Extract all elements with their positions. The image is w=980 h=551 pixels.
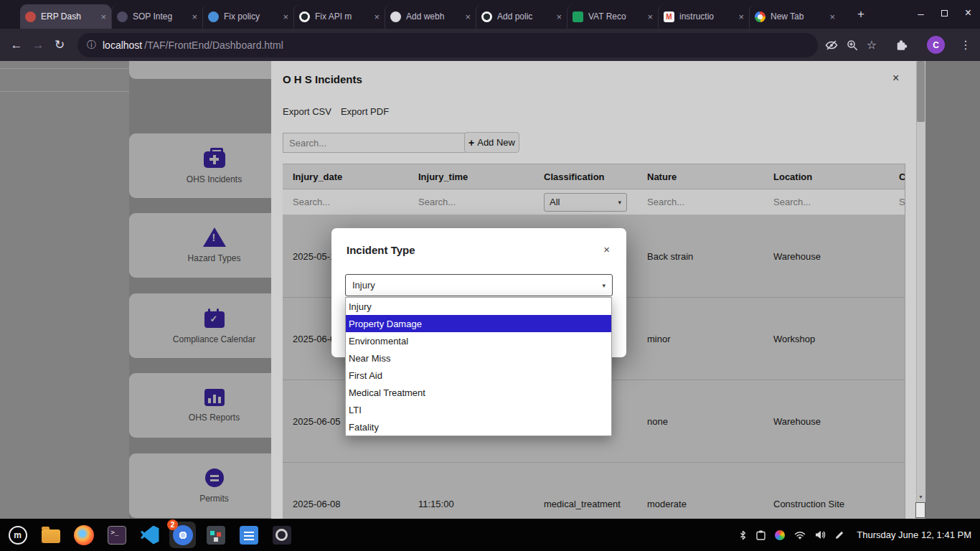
site-info-icon[interactable]: ⓘ	[87, 39, 96, 52]
extensions-icon[interactable]	[895, 39, 908, 52]
browser-nav-bar: ← → ↻ ⓘ localhost/TAF/FrontEnd/Dashboard…	[0, 29, 980, 61]
tab-new-tab[interactable]: New Tab ×	[749, 4, 840, 29]
column-header-injury-date[interactable]: Injury_date	[283, 164, 408, 189]
system-tray: Thursday June 12, 1:41 PM	[739, 529, 971, 540]
warning-triangle-icon	[203, 227, 226, 247]
select-option[interactable]: Fatality	[346, 418, 611, 435]
modal-scrollbar-track[interactable]	[916, 61, 925, 519]
dialog-title: Incident Type	[347, 244, 415, 256]
column-header-truncated[interactable]: Co	[889, 164, 905, 189]
app-menu-button[interactable]: m	[4, 522, 31, 548]
tab-fix-policy[interactable]: Fix policy ×	[202, 4, 293, 29]
pen-input-icon[interactable]	[835, 530, 844, 540]
taskbar: m >_ 2	[0, 519, 980, 551]
column-header-location[interactable]: Location	[763, 164, 889, 189]
vscode-button[interactable]	[136, 522, 163, 548]
column-header-injury-time[interactable]: Injury_time	[408, 164, 534, 189]
terminal-button[interactable]: >_	[103, 522, 130, 548]
tab-add-webhook[interactable]: Add webh ×	[385, 4, 476, 29]
tab-erp-dashboard[interactable]: ERP Dash ×	[20, 4, 111, 29]
zoom-icon[interactable]	[846, 39, 859, 52]
desktop: ERP Dash × SOP Integ × Fix policy × Fix …	[0, 0, 980, 551]
dialog-close-icon[interactable]: ×	[603, 243, 610, 255]
tab-close-icon[interactable]: ×	[192, 11, 197, 22]
tab-close-icon[interactable]: ×	[556, 11, 562, 22]
tab-sop-integration[interactable]: SOP Integ ×	[111, 4, 202, 29]
select-option[interactable]: Environmental	[346, 332, 611, 349]
global-search-input[interactable]	[283, 133, 471, 153]
chevron-down-icon: ▾	[602, 282, 606, 289]
screenshot-tool-button[interactable]	[268, 522, 295, 548]
add-new-label: Add New	[477, 137, 515, 148]
wifi-icon[interactable]	[794, 531, 806, 540]
profile-avatar[interactable]: C	[927, 36, 945, 54]
column-header-nature[interactable]: Nature	[637, 164, 763, 189]
tab-close-icon[interactable]: ×	[738, 11, 744, 22]
select-option[interactable]: First Aid	[346, 367, 611, 384]
tab-title: Add polic	[497, 11, 551, 22]
divider	[0, 68, 129, 69]
tab-title: VAT Reco	[588, 11, 642, 22]
text-editor-button[interactable]	[235, 522, 262, 548]
firefox-button[interactable]	[70, 522, 97, 548]
scrollbar-corner	[915, 502, 925, 518]
tab-close-icon[interactable]: ×	[283, 11, 288, 22]
select-option-highlighted[interactable]: Property Damage	[346, 315, 611, 332]
reload-icon[interactable]: ↻	[49, 37, 70, 52]
taskbar-clock[interactable]: Thursday June 12, 1:41 PM	[857, 529, 971, 540]
back-icon[interactable]: ←	[6, 38, 27, 52]
new-tab-button[interactable]: +	[852, 6, 870, 23]
classification-filter-select[interactable]: All ▾	[544, 193, 627, 212]
export-csv-link[interactable]: Export CSV	[283, 106, 331, 117]
tab-close-icon[interactable]: ×	[829, 11, 835, 22]
volume-icon[interactable]	[815, 530, 826, 540]
tab-vat-reco[interactable]: VAT Reco ×	[567, 4, 658, 29]
filter-location[interactable]	[773, 197, 859, 207]
filter-nature[interactable]	[647, 197, 733, 207]
pixel-app-button[interactable]	[202, 522, 229, 548]
chromium-button[interactable]: 2	[169, 522, 196, 548]
app-menu-icon: m	[9, 526, 27, 545]
tab-close-icon[interactable]: ×	[647, 11, 653, 22]
tab-fix-api[interactable]: Fix API m ×	[293, 4, 385, 29]
minimize-icon[interactable]: –	[918, 7, 923, 19]
table-row[interactable]: 2025-06-08 11:15:00 medical_treatment mo…	[283, 463, 905, 519]
tab-instructions[interactable]: M instructio ×	[658, 4, 749, 29]
card-label: Compliance Calendar	[173, 334, 255, 344]
restore-icon[interactable]	[941, 10, 948, 17]
bluetooth-icon[interactable]	[739, 530, 747, 540]
card-label: Hazard Types	[188, 253, 241, 263]
close-window-icon[interactable]: ×	[965, 6, 971, 19]
files-app-button[interactable]	[37, 522, 64, 548]
filter-truncated[interactable]	[899, 197, 905, 207]
tab-close-icon[interactable]: ×	[465, 11, 471, 22]
column-header-classification[interactable]: Classification	[534, 164, 637, 189]
tab-add-policy[interactable]: Add polic ×	[476, 4, 567, 29]
modal-close-icon[interactable]: ×	[892, 72, 899, 85]
url-bar[interactable]: ⓘ localhost/TAF/FrontEnd/Dashboard.html	[77, 33, 818, 57]
select-option[interactable]: Injury	[346, 298, 611, 315]
filter-injury-time[interactable]	[418, 197, 504, 207]
forward-icon: →	[27, 38, 49, 52]
browser-menu-icon[interactable]: ⋮	[960, 38, 971, 52]
tab-title: Add webh	[406, 11, 460, 22]
select-option[interactable]: LTI	[346, 401, 611, 418]
bookmark-star-icon[interactable]: ☆	[867, 38, 877, 52]
select-option[interactable]: Medical Treatment	[346, 384, 611, 401]
spreadsheet-favicon	[573, 11, 583, 22]
cell-nature: minor	[637, 298, 763, 380]
export-pdf-link[interactable]: Export PDF	[341, 106, 389, 117]
card-label: OHS Reports	[189, 413, 240, 423]
add-new-button[interactable]: + Add New	[464, 132, 519, 153]
select-option[interactable]: Near Miss	[346, 349, 611, 367]
tab-close-icon[interactable]: ×	[100, 11, 106, 22]
tracking-protection-icon[interactable]	[825, 39, 838, 52]
filter-injury-date[interactable]	[293, 197, 379, 207]
folder-icon	[42, 529, 60, 543]
incident-type-select[interactable]: Injury ▾	[345, 274, 613, 296]
clipboard-indicator-icon[interactable]	[756, 530, 765, 540]
keyboard-layout-icon[interactable]	[775, 530, 785, 540]
tab-close-icon[interactable]: ×	[374, 11, 380, 22]
modal-scrollbar-thumb[interactable]	[917, 61, 925, 122]
scroll-down-arrow-icon[interactable]: ▼	[916, 492, 925, 501]
